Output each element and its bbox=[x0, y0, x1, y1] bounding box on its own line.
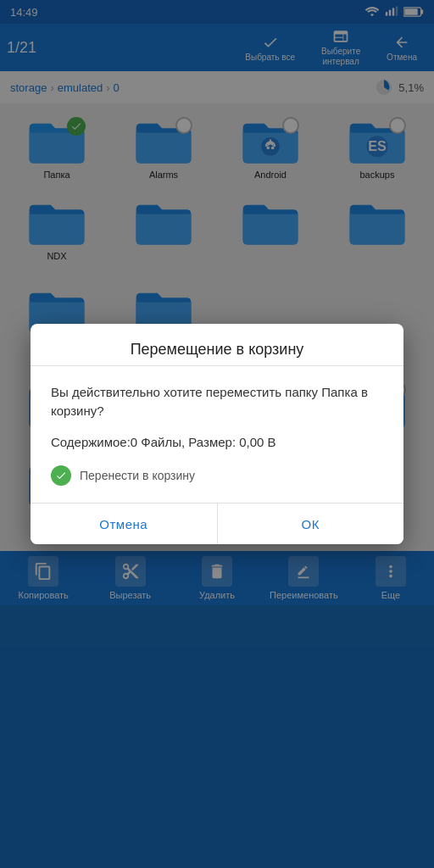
dialog-title: Перемещение в корзину bbox=[31, 324, 403, 365]
dialog-ok-button[interactable]: ОК bbox=[218, 504, 404, 544]
dialog-body: Вы действительно хотите переместить папк… bbox=[31, 376, 403, 504]
dialog-cancel-button[interactable]: Отмена bbox=[31, 504, 218, 544]
dialog-size-text: Содержимое:0 Файлы, Размер: 0,00 В bbox=[51, 433, 383, 453]
checkmark-icon bbox=[55, 470, 67, 481]
checkbox-green-icon bbox=[51, 465, 71, 486]
dialog-checkbox-row[interactable]: Перенести в корзину bbox=[51, 465, 383, 486]
dialog-body-text: Вы действительно хотите переместить папк… bbox=[51, 383, 383, 421]
dialog-divider bbox=[31, 365, 403, 366]
dialog-overlay: Перемещение в корзину Вы действительно х… bbox=[0, 0, 434, 868]
dialog: Перемещение в корзину Вы действительно х… bbox=[31, 324, 403, 545]
checkbox-label: Перенести в корзину bbox=[80, 469, 195, 482]
dialog-buttons: Отмена ОК bbox=[31, 503, 403, 544]
